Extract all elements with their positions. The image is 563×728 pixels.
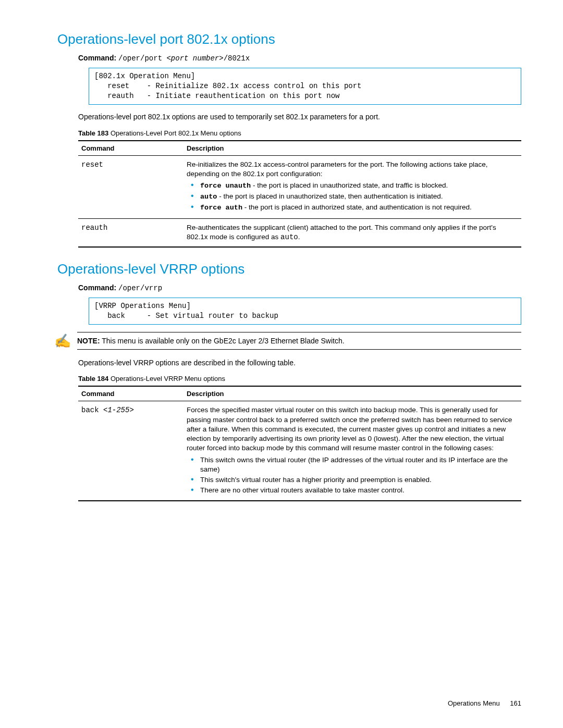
- table-row: reauth Re-authenticates the supplicant (…: [78, 218, 521, 247]
- list-item: auto - the port is placed in unauthorize…: [198, 192, 518, 202]
- command-text: /oper/vrrp: [118, 284, 162, 292]
- command-suffix: /8021x: [224, 54, 250, 63]
- cell-command: reauth: [78, 218, 183, 247]
- code-output-box: [802.1x Operation Menu] reset - Reinitia…: [89, 68, 521, 105]
- table-number: Table 183: [78, 129, 108, 137]
- cmd-text: back: [81, 406, 103, 414]
- list-item: There are no other virtual routers avail…: [198, 486, 518, 495]
- bullet-list: force unauth - the port is placed in una…: [187, 181, 518, 213]
- desc-text: Re-initializes the 802.1x access-control…: [187, 161, 488, 178]
- options-table: Command Description reset Re-initializes…: [78, 140, 521, 248]
- intro-paragraph: Operations-level VRRP options are descri…: [78, 358, 521, 368]
- table-number: Table 184: [78, 375, 108, 382]
- section-heading: Operations-level port 802.1x options: [57, 31, 521, 47]
- table-row: reset Re-initializes the 802.1x access-c…: [78, 155, 521, 218]
- table-title: Operations-Level VRRP Menu options: [108, 375, 225, 382]
- command-label: Command:: [78, 283, 116, 292]
- th-command: Command: [78, 386, 183, 401]
- cell-description: Re-initializes the 802.1x access-control…: [183, 155, 521, 218]
- th-description: Description: [183, 386, 521, 401]
- command-line: Command: /oper/port <port number>/8021x: [78, 54, 521, 63]
- desc-code: auto: [280, 233, 298, 241]
- intro-paragraph: Operations-level port 802.1x options are…: [78, 112, 521, 122]
- note-text: This menu is available only on the GbE2c…: [100, 337, 345, 345]
- cell-command: back <1-255>: [78, 401, 183, 501]
- table-caption: Table 184 Operations-Level VRRP Menu opt…: [78, 375, 521, 382]
- table-row: back <1-255> Forces the specified master…: [78, 401, 521, 501]
- list-item: force unauth - the port is placed in una…: [198, 181, 518, 191]
- list-item: This switch owns the virtual router (the…: [198, 455, 518, 474]
- cell-description: Re-authenticates the supplicant (client)…: [183, 218, 521, 247]
- command-label: Command:: [78, 54, 116, 62]
- table-caption: Table 183 Operations-Level Port 802.1x M…: [78, 129, 521, 137]
- command-param: <port number>: [166, 54, 223, 63]
- note-icon: ✍: [54, 333, 71, 349]
- th-command: Command: [78, 141, 183, 156]
- options-table: Command Description back <1-255> Forces …: [78, 386, 521, 501]
- note-label: NOTE:: [77, 337, 100, 345]
- cell-command: reset: [78, 155, 183, 218]
- note-block: ✍ NOTE: This menu is available only on t…: [57, 332, 521, 350]
- desc-text: Forces the specified master virtual rout…: [187, 406, 512, 452]
- list-item: This switch's virtual router has a highe…: [198, 475, 518, 485]
- list-item: force auth - the port is placed in autho…: [198, 203, 518, 213]
- table-title: Operations-Level Port 802.1x Menu option…: [108, 129, 241, 137]
- command-prefix: /oper/port: [118, 54, 166, 63]
- desc-text-pre: Re-authenticates the supplicant (client)…: [187, 224, 496, 241]
- th-description: Description: [183, 141, 521, 156]
- bullet-list: This switch owns the virtual router (the…: [187, 455, 518, 496]
- desc-text-post: .: [298, 233, 300, 241]
- section-heading: Operations-level VRRP options: [57, 261, 521, 277]
- cell-description: Forces the specified master virtual rout…: [183, 401, 521, 501]
- code-output-box: [VRRP Operations Menu] back - Set virtua…: [89, 298, 521, 325]
- command-line: Command: /oper/vrrp: [78, 283, 521, 292]
- cmd-param: <1-255>: [103, 406, 134, 414]
- note-content: NOTE: This menu is available only on the…: [77, 332, 521, 350]
